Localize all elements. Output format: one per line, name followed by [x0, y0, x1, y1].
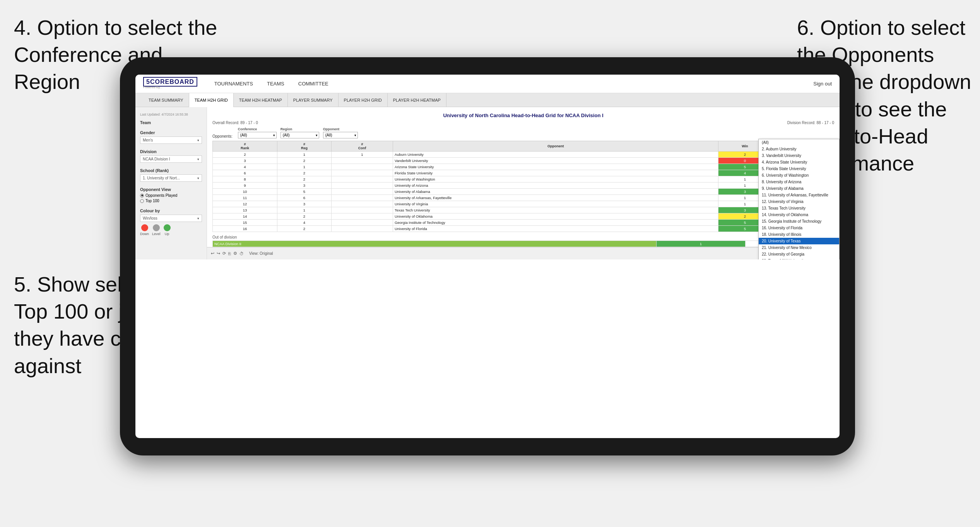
opponent-select-wrap: (All) [323, 132, 358, 138]
tab-player-h2h-heatmap[interactable]: PLAYER H2H HEATMAP [388, 93, 446, 107]
dropdown-item[interactable]: 4. Arizona State University [759, 159, 839, 165]
cell-reg: 2 [277, 158, 331, 164]
out-table: NCAA Division II 1 0 [212, 240, 834, 247]
refresh-icon[interactable]: ⟳ [222, 251, 226, 256]
tab-player-h2h-grid[interactable]: PLAYER H2H GRID [339, 93, 388, 107]
cell-rank: 2 [213, 152, 277, 158]
out-table-row: NCAA Division II 1 0 [213, 241, 834, 247]
cell-conf [332, 182, 393, 189]
sidebar-school-select[interactable]: 1. University of Nort... [140, 174, 202, 182]
dropdown-item[interactable]: 2. Auburn University [759, 146, 839, 152]
cell-opponent: Auburn University [393, 152, 718, 158]
sidebar-division-select[interactable]: NCAA Division I [140, 155, 202, 163]
colour-up: Up [164, 224, 171, 236]
dropdown-item[interactable]: 11. University of Arkansas, Fayetteville [759, 192, 839, 198]
opponent-dropdown[interactable]: (All)2. Auburn University3. Vanderbilt U… [758, 139, 840, 259]
bottom-toolbar: ↩ ↪ ⟳ ⎘ ⚙ ⏱ View: Original [207, 247, 840, 259]
nav-links: TOURNAMENTS TEAMS COMMITTEE [213, 80, 330, 87]
sidebar-gender-label: Gender [140, 130, 202, 135]
panel-title: University of North Carolina Head-to-Hea… [212, 113, 834, 118]
dropdown-item[interactable]: 9. University of Alabama [759, 185, 839, 192]
redo-icon[interactable]: ↪ [217, 251, 220, 256]
th-conf: #Conf [332, 141, 393, 152]
opponent-select[interactable]: (All) [323, 132, 358, 138]
cell-conf [332, 170, 393, 176]
radio-opponents-played[interactable]: Opponents Played [140, 193, 202, 198]
cell-rank: 3 [213, 158, 277, 164]
colour-down: Down [140, 224, 149, 236]
dropdown-item[interactable]: 14. University of Oklahoma [759, 211, 839, 218]
cell-conf [332, 176, 393, 182]
nav-teams[interactable]: TEAMS [265, 80, 286, 87]
undo-icon[interactable]: ↩ [211, 251, 214, 256]
sidebar-opponent-view-section: Opponent View Opponents Played Top 100 [140, 187, 202, 203]
dropdown-item[interactable]: 3. Vanderbilt University [759, 152, 839, 159]
dropdown-item[interactable]: 5. Florida State University [759, 165, 839, 172]
nav-tournaments[interactable]: TOURNAMENTS [213, 80, 255, 87]
cell-rank: 6 [213, 170, 277, 176]
table-row: 16 2 University of Florida 5 1 [213, 226, 834, 232]
th-reg: #Reg [277, 141, 331, 152]
tab-player-summary[interactable]: PLAYER SUMMARY [288, 93, 339, 107]
table-row: 10 5 University of Alabama 3 0 [213, 189, 834, 195]
opponent-filter-label: Opponent [323, 127, 358, 131]
cell-rank: 11 [213, 195, 277, 201]
radio-opponents-played-dot [140, 194, 144, 198]
clock-icon[interactable]: ⏱ [239, 251, 244, 256]
view-label: View: Original [249, 251, 273, 256]
dropdown-item[interactable]: (All) [759, 139, 839, 146]
sidebar-colour-select[interactable]: Win/loss [140, 215, 202, 222]
dropdown-item[interactable]: 8. University of Arizona [759, 179, 839, 185]
data-panel: University of North Carolina Head-to-Hea… [207, 107, 840, 247]
top-nav: 5COREBOARD Powered By... TOURNAMENTS TEA… [135, 75, 840, 93]
main-area: Last Updated: 4/7/2024 16:55:38 Team Gen… [135, 107, 840, 259]
dropdown-item[interactable]: 21. University of New Mexico [759, 244, 839, 251]
tablet-frame: 5COREBOARD Powered By... TOURNAMENTS TEA… [120, 57, 855, 455]
cell-reg: 6 [277, 195, 331, 201]
copy-icon[interactable]: ⎘ [228, 251, 231, 256]
sidebar-school-label: School (Rank) [140, 168, 202, 173]
cell-conf [332, 164, 393, 170]
cell-opponent: University of Florida [393, 226, 718, 232]
radio-top-100[interactable]: Top 100 [140, 199, 202, 203]
sidebar-gender-select[interactable]: Men's [140, 136, 202, 144]
dropdown-item[interactable]: 16. University of Florida [759, 225, 839, 231]
cell-reg: 3 [277, 201, 331, 207]
table-row: 2 1 1 Auburn University 2 1 [213, 152, 834, 158]
nav-signout[interactable]: Sign out [813, 81, 832, 87]
cell-conf [332, 220, 393, 226]
out-win: 1 [657, 241, 745, 247]
cell-reg: 2 [277, 213, 331, 220]
dropdown-item[interactable]: 18. University of Illinois [759, 231, 839, 238]
settings-icon[interactable]: ⚙ [233, 251, 237, 256]
cell-opponent: Texas Tech University [393, 207, 718, 213]
overall-record: Overall Record: 89 - 17 - 0 [212, 121, 258, 125]
dropdown-item[interactable]: 22. University of Georgia [759, 251, 839, 258]
division-record: Division Record: 88 - 17 - 0 [787, 121, 834, 125]
sidebar: Last Updated: 4/7/2024 16:55:38 Team Gen… [135, 107, 207, 259]
dropdown-item[interactable]: 20. University of Texas [759, 238, 839, 244]
cell-rank: 10 [213, 189, 277, 195]
dropdown-item[interactable]: 23. Texas A&M University [759, 258, 839, 259]
filter-row: Opponents: Conference (All) Region [212, 127, 834, 138]
out-division-name: NCAA Division II [213, 241, 657, 247]
dropdown-item[interactable]: 6. University of Washington [759, 172, 839, 179]
tab-team-summary[interactable]: TEAM SUMMARY [143, 93, 189, 107]
cell-conf [332, 158, 393, 164]
nav-committee[interactable]: COMMITTEE [297, 80, 330, 87]
cell-opponent: University of Virginia [393, 201, 718, 207]
dropdown-item[interactable]: 13. Texas Tech University [759, 205, 839, 211]
dropdown-item[interactable]: 15. Georgia Institute of Technology [759, 218, 839, 225]
sub-nav: TEAM SUMMARY TEAM H2H GRID TEAM H2H HEAT… [135, 93, 840, 107]
conference-select[interactable]: (All) [238, 132, 277, 138]
cell-rank: 16 [213, 226, 277, 232]
colour-legend: Down Level Up [140, 224, 202, 236]
cell-rank: 4 [213, 164, 277, 170]
out-label: Out of division [212, 235, 834, 239]
table-row: 3 2 Vanderbilt University 0 4 [213, 158, 834, 164]
tab-team-h2h-grid[interactable]: TEAM H2H GRID [189, 93, 234, 107]
out-of-division: Out of division NCAA Division II 1 0 [212, 235, 834, 247]
tab-team-h2h-heatmap[interactable]: TEAM H2H HEATMAP [234, 93, 288, 107]
region-select[interactable]: (All) [280, 132, 319, 138]
dropdown-item[interactable]: 12. University of Virginia [759, 198, 839, 205]
